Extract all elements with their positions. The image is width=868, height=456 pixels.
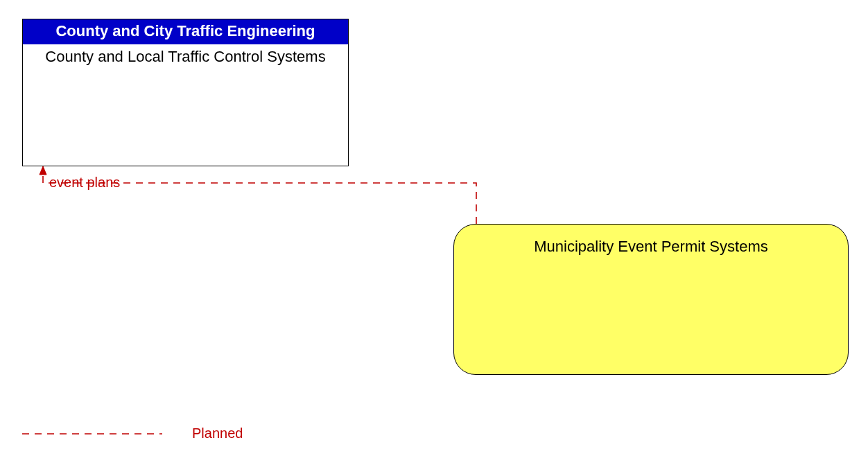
flow-arrowhead-event-plans [40, 166, 46, 175]
node-county-local-traffic-control[interactable]: County and City Traffic Engineering Coun… [22, 19, 349, 166]
legend-label-planned: Planned [192, 426, 243, 441]
node-municipality-event-permit-systems[interactable]: Municipality Event Permit Systems [453, 224, 849, 375]
flow-label-event-plans: event plans [49, 175, 120, 191]
node-body-county-local-traffic-control: County and Local Traffic Control Systems [23, 44, 348, 69]
node-header-county-city-traffic-engineering: County and City Traffic Engineering [23, 19, 348, 44]
node-title-municipality-event-permit-systems: Municipality Event Permit Systems [468, 237, 834, 256]
